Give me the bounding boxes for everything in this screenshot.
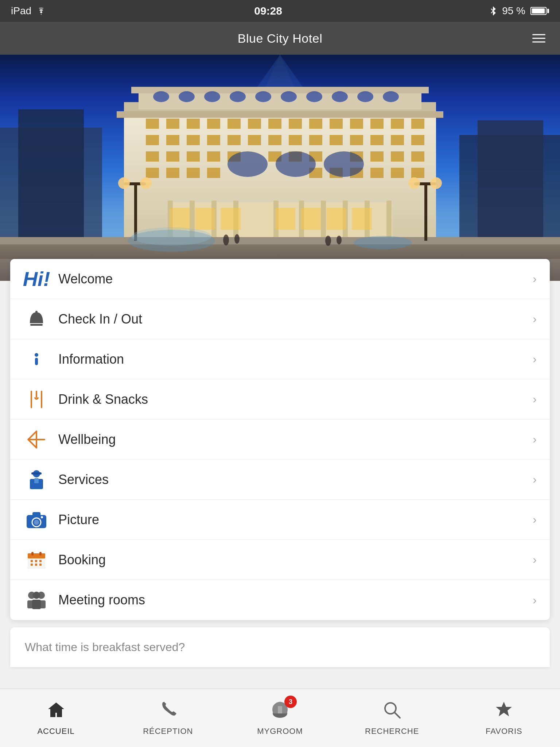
- svg-rect-41: [207, 135, 220, 145]
- svg-rect-17: [230, 91, 246, 102]
- svg-rect-16: [204, 91, 220, 102]
- svg-rect-137: [35, 560, 37, 562]
- svg-rect-51: [411, 135, 424, 145]
- svg-rect-22: [357, 91, 373, 102]
- battery-icon: [530, 7, 549, 15]
- tab-accueil[interactable]: ACCUEIL: [0, 689, 112, 747]
- svg-rect-117: [41, 391, 42, 408]
- svg-point-113: [35, 353, 38, 357]
- svg-rect-37: [411, 119, 424, 129]
- search-icon: [382, 700, 401, 724]
- svg-rect-88: [170, 208, 190, 230]
- concierge-bell-icon: [23, 309, 50, 329]
- svg-point-129: [34, 520, 39, 525]
- svg-rect-84: [321, 201, 326, 237]
- nav-bar: Blue City Hotel: [0, 22, 560, 55]
- hotel-scene: [0, 55, 560, 281]
- menu-label-welcome: Welcome: [50, 271, 533, 287]
- svg-rect-93: [326, 208, 346, 230]
- menu-item-booking[interactable]: Booking ›: [10, 540, 550, 580]
- svg-rect-32: [309, 119, 322, 129]
- svg-rect-45: [289, 135, 302, 145]
- nav-title: Blue City Hotel: [238, 31, 322, 46]
- tab-label-reception: RÉCEPTION: [143, 727, 193, 736]
- hi-icon: Hi!: [23, 267, 50, 291]
- svg-rect-20: [306, 91, 322, 102]
- menu-item-meeting[interactable]: Meeting rooms ›: [10, 580, 550, 620]
- svg-rect-141: [39, 564, 42, 566]
- svg-rect-31: [289, 119, 302, 129]
- svg-rect-73: [411, 168, 424, 178]
- svg-rect-67: [207, 168, 220, 178]
- svg-rect-119: [28, 439, 45, 440]
- svg-rect-47: [330, 135, 343, 145]
- menu-item-wellbeing[interactable]: Wellbeing ›: [10, 419, 550, 460]
- menu-label-services: Services: [50, 472, 533, 487]
- tab-reception[interactable]: RÉCEPTION: [112, 689, 224, 747]
- chevron-picture: ›: [533, 513, 537, 526]
- svg-rect-115: [31, 391, 32, 408]
- device-label: iPad: [11, 5, 31, 17]
- menu-item-information[interactable]: Information ›: [10, 339, 550, 379]
- svg-rect-13: [131, 87, 429, 93]
- svg-point-101: [408, 177, 420, 189]
- status-time: 09:28: [254, 5, 282, 17]
- svg-rect-53: [166, 151, 179, 162]
- svg-rect-138: [39, 560, 42, 562]
- svg-rect-39: [166, 135, 179, 145]
- svg-rect-149: [278, 706, 282, 713]
- menu-item-drinks[interactable]: Drink & Snacks ›: [10, 379, 550, 419]
- utensils-icon: [23, 389, 50, 410]
- camera-icon: [23, 511, 50, 529]
- svg-rect-127: [32, 512, 40, 516]
- svg-rect-44: [268, 135, 281, 145]
- svg-rect-147: [32, 600, 41, 609]
- svg-rect-33: [330, 119, 343, 129]
- menu-item-checkin[interactable]: Check In / Out ›: [10, 299, 550, 339]
- svg-rect-74: [228, 151, 268, 177]
- calendar-icon: [23, 550, 50, 570]
- svg-rect-76: [324, 151, 364, 177]
- menu-item-welcome[interactable]: Hi! Welcome ›: [10, 259, 550, 299]
- svg-rect-65: [166, 168, 179, 178]
- menu-item-picture[interactable]: Picture ›: [10, 500, 550, 540]
- svg-rect-64: [146, 168, 159, 178]
- svg-rect-125: [31, 472, 42, 475]
- svg-rect-50: [391, 135, 404, 145]
- svg-rect-66: [187, 168, 200, 178]
- phone-icon: [159, 700, 177, 724]
- tab-favoris[interactable]: FAVORIS: [448, 689, 560, 747]
- svg-rect-43: [248, 135, 261, 145]
- svg-rect-40: [187, 135, 200, 145]
- svg-rect-63: [411, 151, 424, 162]
- svg-rect-18: [255, 91, 271, 102]
- svg-rect-11: [117, 111, 443, 118]
- svg-marker-152: [496, 702, 512, 716]
- svg-rect-14: [153, 91, 169, 102]
- tab-bar: ACCUEIL RÉCEPTION 3 MYGROOM RECHERCHE: [0, 689, 560, 747]
- tab-mygroom[interactable]: 3 MYGROOM: [224, 689, 336, 747]
- svg-rect-91: [275, 208, 295, 230]
- svg-rect-89: [195, 208, 215, 230]
- svg-rect-28: [228, 119, 241, 129]
- svg-rect-48: [350, 135, 363, 145]
- menu-item-services[interactable]: Services ›: [10, 460, 550, 500]
- tab-recherche[interactable]: RECHERCHE: [336, 689, 448, 747]
- svg-rect-6: [18, 109, 84, 237]
- tab-label-recherche: RECHERCHE: [365, 727, 419, 736]
- svg-point-104: [131, 227, 211, 245]
- svg-rect-49: [370, 135, 384, 145]
- home-icon: [47, 700, 66, 724]
- chevron-welcome: ›: [533, 272, 537, 286]
- menu-label-drinks: Drink & Snacks: [50, 392, 533, 407]
- tab-label-mygroom: MYGROOM: [257, 727, 303, 736]
- hamburger-button[interactable]: [529, 31, 549, 46]
- svg-rect-46: [309, 135, 322, 145]
- menu-label-booking: Booking: [50, 552, 533, 568]
- tab-label-favoris: FAVORIS: [486, 727, 522, 736]
- wifi-icon: [36, 7, 47, 15]
- menu-label-meeting: Meeting rooms: [50, 592, 533, 608]
- chevron-booking: ›: [533, 553, 537, 566]
- svg-rect-27: [207, 119, 220, 129]
- svg-rect-92: [301, 208, 321, 230]
